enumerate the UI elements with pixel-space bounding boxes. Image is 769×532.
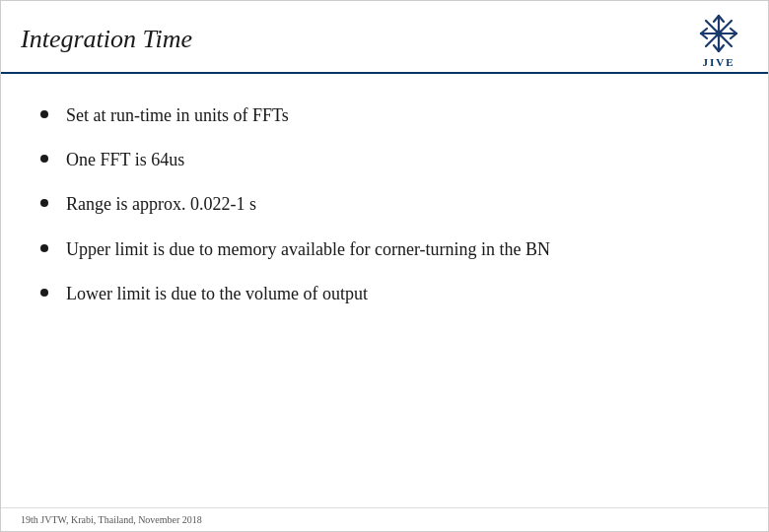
bullet-item: Range is approx. 0.022-1 s: [40, 192, 729, 217]
slide-content: Set at run-time in units of FFTsOne FFT …: [1, 74, 768, 507]
logo-area: JIVE: [689, 15, 748, 64]
bullet-item: Set at run-time in units of FFTs: [40, 103, 729, 128]
bullet-text: Range is approx. 0.022-1 s: [66, 192, 256, 217]
slide-header: Integration Time: [1, 1, 768, 74]
svg-point-12: [716, 30, 723, 36]
bullet-list: Set at run-time in units of FFTsOne FFT …: [40, 103, 729, 326]
bullet-dot-icon: [40, 199, 48, 207]
bullet-item: One FFT is 64us: [40, 148, 729, 172]
jive-logo-text: JIVE: [702, 56, 734, 68]
bullet-dot-icon: [40, 289, 48, 297]
slide: Integration Time: [0, 0, 769, 532]
bullet-item: Upper limit is due to memory available f…: [40, 237, 729, 262]
bullet-text: One FFT is 64us: [66, 148, 184, 172]
bullet-item: Lower limit is due to the volume of outp…: [40, 282, 729, 306]
bullet-dot-icon: [40, 110, 48, 118]
bullet-text: Lower limit is due to the volume of outp…: [66, 282, 368, 306]
jive-logo-icon: [697, 12, 740, 55]
slide-title: Integration Time: [21, 25, 192, 54]
bullet-dot-icon: [40, 155, 48, 163]
bullet-text: Set at run-time in units of FFTs: [66, 103, 289, 128]
bullet-text: Upper limit is due to memory available f…: [66, 237, 550, 262]
footer-text: 19th JVTW, Krabi, Thailand, November 201…: [21, 514, 202, 525]
bullet-dot-icon: [40, 244, 48, 252]
slide-footer: 19th JVTW, Krabi, Thailand, November 201…: [1, 507, 768, 531]
